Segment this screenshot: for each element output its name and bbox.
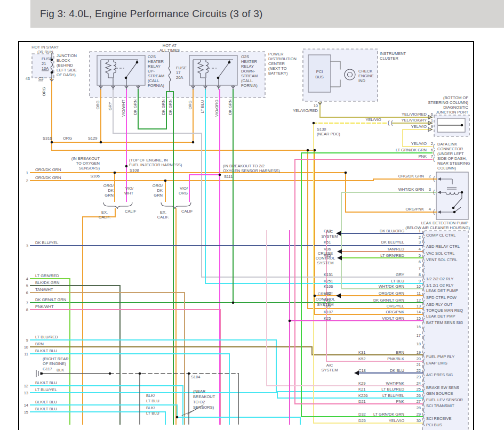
diagram-label: LT GRN/DK GRN <box>396 148 427 152</box>
diagram-label: OF ENGINE) <box>43 361 66 366</box>
diagram-label: BREAKOUT <box>193 394 215 399</box>
diagram-label: DATA LINK <box>437 142 457 147</box>
junction-dot <box>453 211 456 214</box>
pcm-circuit-code: K226 <box>358 393 368 398</box>
pcm-wire-color: ORG/PNK <box>386 310 404 314</box>
diagram-label: SENSORS) <box>79 166 100 171</box>
diagram-label: LEFT SIDE <box>57 68 77 72</box>
diagram-label: ALL TIMES <box>159 48 180 53</box>
diagram-label: (TOP OF ENGINE, IN <box>129 158 168 163</box>
diagram-label: PCI <box>316 69 323 74</box>
diagram-label: WHT <box>124 191 133 196</box>
calif1-stem <box>83 209 115 424</box>
diagram-label: UP- <box>148 69 155 74</box>
pcm-pin-number: 5 <box>419 253 421 258</box>
diagram-label: EX. <box>101 210 108 215</box>
left-pin-number: 11 <box>24 352 28 356</box>
inline-connector-symbol: ( <box>388 120 390 126</box>
left-pin-number: 5 <box>26 283 28 288</box>
diagram-label: PNK <box>419 154 427 159</box>
diagram-label: CENTER <box>268 61 285 66</box>
pcm-function-label: GEN SOURCE <box>426 391 453 396</box>
diagram-label: CHECK <box>358 69 372 74</box>
junction-dot <box>307 149 309 152</box>
junction-dot <box>217 77 220 79</box>
left-pin-number: 6 <box>26 290 28 295</box>
diagram-label: GRN <box>154 193 163 198</box>
diagram-label: ORG/ <box>103 183 114 188</box>
diagram-label: CONNECTOR <box>437 147 463 151</box>
diagram-label: VIO/ORG <box>214 100 219 117</box>
diagram-label: ORG/DK GRN <box>398 174 424 179</box>
diagram-label: DK GRN <box>168 99 173 115</box>
pcm-pin-number: 20 <box>417 356 421 361</box>
pcm-pin-number: 18 <box>417 342 421 346</box>
diagram-label: (NEAR PDC) <box>317 132 340 136</box>
diagram-label: OXYGEN SENSOR HARNESS) <box>223 168 280 173</box>
diagram-label: HEATER <box>148 59 164 64</box>
left-wire-label: LT GRN/RED <box>35 273 59 278</box>
diagram-label: VIO/ <box>125 186 134 191</box>
junction-dot <box>136 61 139 64</box>
diagram-label: 9 <box>431 124 433 129</box>
diagram-label: SYSTEM <box>322 368 338 372</box>
pcm-pin-number: 24 <box>417 381 421 386</box>
diagram-label: DISTRIBUTION <box>268 56 297 61</box>
diagram-label: ORG/PNK <box>405 207 424 212</box>
diagram-label: STEERING COLUMN) <box>428 100 469 105</box>
left-wire-label: LT BLU/RED <box>35 335 58 339</box>
diagram-label: 2 <box>429 174 431 179</box>
left-wire-label: DK BLU/YEL <box>35 240 58 245</box>
pcm-wire-color: DK BLU <box>390 368 404 373</box>
pcm-pin-number: 15 <box>417 316 421 321</box>
pcm-function-label: VAC SOL CTRL <box>426 251 454 256</box>
diagram-label: 10 <box>314 103 318 108</box>
pcm-function-label: LEAK DET PMP <box>426 314 455 319</box>
pin-bracket: ( <box>433 150 435 156</box>
diagram-label: 1 <box>431 118 433 123</box>
left-wire-label: LT BLU/YEL <box>35 387 57 392</box>
pcm-circuit-code: D32 <box>358 412 366 417</box>
diagram-label: YEL/VIO/GRY <box>402 118 427 123</box>
pcm-function-label: FUEL LEV SENSOR <box>426 397 463 402</box>
pcm-pin-number: 17 <box>417 333 421 338</box>
diagram-label: LT BLU <box>146 411 159 416</box>
pcm-circuit-code: K151 <box>324 272 333 277</box>
diagram-label: CALIF. <box>157 215 170 220</box>
diagram-label: JUNCTION PORT <box>436 110 468 115</box>
junction-dot <box>139 372 141 375</box>
diagram-label: DOWN- <box>241 69 255 74</box>
system-arrow <box>337 256 342 261</box>
junction-dot <box>345 172 347 174</box>
diagram-label: 3 <box>429 187 431 192</box>
pcm-wire-color: PNK <box>396 399 404 404</box>
diagram-label: DK <box>108 188 114 193</box>
diagram-label: (NEAR <box>193 389 206 394</box>
left-pin-number: 13 <box>24 391 28 395</box>
diagram-label: RELAY <box>148 64 161 69</box>
diagram-label: FUSE <box>176 66 187 70</box>
diagram-label: OF DASH) <box>57 72 76 77</box>
pcm-pin-number: 2 <box>419 235 421 240</box>
diagram-label: LEAK DETECTION PUMP <box>421 221 468 225</box>
pcm-pin-number: 14 <box>417 310 421 314</box>
junction-dot <box>176 416 179 419</box>
diagram-label: SIDE OF DASH, <box>437 156 467 161</box>
left-wire-label: BLK/LT BLU <box>35 400 57 404</box>
pcm-circuit-code: K31 <box>358 350 365 355</box>
left-wire-label: BLK/DK GRN <box>35 280 59 285</box>
diagram-label: 17 <box>176 70 180 75</box>
diagram-label: EX. <box>160 210 166 215</box>
pcm-pin-number: 27 <box>417 399 421 404</box>
pcm-wire-color: DK BLU/YEL <box>381 240 404 245</box>
pcm-wire-color: ORG/YEL <box>387 304 404 309</box>
pcm-pin-number: 11 <box>417 291 421 296</box>
diagram-label: STREAM <box>148 74 164 78</box>
diagram-label: (IN BREAKOUT TO 2/2 <box>223 164 265 168</box>
pcm-circuit-code: K25 <box>324 316 331 321</box>
pcm-wire-color: DK BLU/ORG <box>380 229 404 233</box>
diagram-label: 7 <box>431 154 433 159</box>
pcm-wire-color: LT GRN/RED <box>380 253 404 258</box>
junction-dot <box>125 165 128 168</box>
pcm-circuit-code: D25 <box>358 418 366 423</box>
